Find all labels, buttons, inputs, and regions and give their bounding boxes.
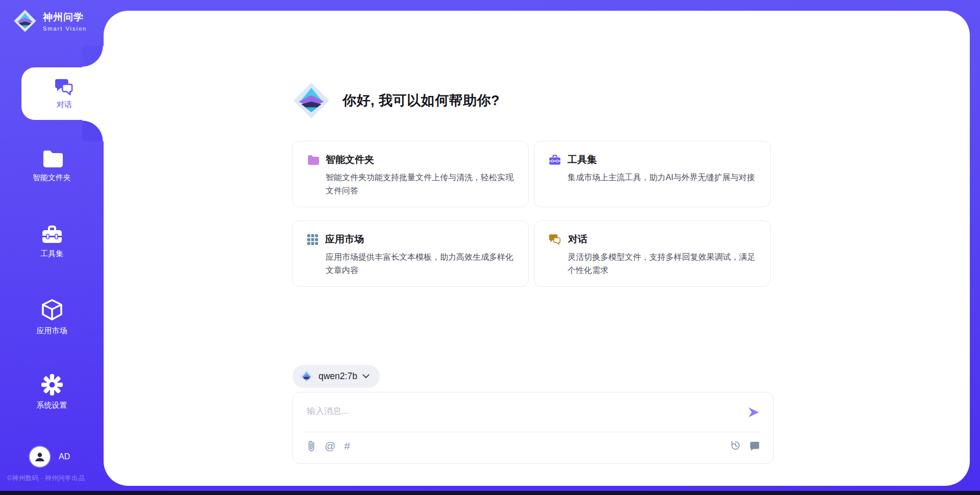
user-profile[interactable]: AD [30, 447, 70, 467]
brand-logo-icon [13, 9, 37, 33]
composer-right-tools [730, 440, 760, 451]
card-description: 集成市场上主流工具，助力AI与外界无缝扩展与对接 [568, 171, 756, 184]
hash-icon[interactable]: # [344, 440, 350, 452]
brand-text: 神州问学 Smart Vision [43, 11, 87, 32]
avatar [30, 447, 50, 467]
cube-icon [41, 299, 63, 321]
card-header: 智能文件夹 [307, 153, 514, 166]
toolbox-icon [549, 154, 561, 165]
card-title: 应用市场 [325, 233, 364, 246]
app-window: 神州问学 Smart Vision 对话 智能文件夹 工具集 [0, 0, 980, 495]
card-smart-folder[interactable]: 智能文件夹 智能文件夹功能支持批量文件上传与清洗，轻松实现文件问答 [292, 141, 529, 207]
card-title: 对话 [568, 233, 587, 246]
card-toolset[interactable]: 工具集 集成市场上主流工具，助力AI与外界无缝扩展与对接 [534, 141, 771, 207]
folder-icon [307, 155, 319, 165]
sidebar-item-label: 应用市场 [37, 326, 67, 336]
assistant-logo-icon [292, 82, 330, 119]
card-header: 对话 [549, 233, 756, 246]
greeting-header: 你好, 我可以如何帮助你? [292, 82, 500, 119]
sidebar-item-app-market[interactable]: 应用市场 [0, 299, 104, 336]
chevron-down-icon [362, 374, 370, 379]
user-name: AD [59, 452, 70, 461]
card-description: 智能文件夹功能支持批量文件上传与清洗，轻松实现文件问答 [326, 171, 514, 197]
card-header: 工具集 [549, 153, 756, 166]
tab-fillet-top [82, 46, 104, 67]
chat-icon [549, 234, 561, 245]
toolbox-icon [41, 225, 63, 244]
model-name: qwen2:7b [318, 371, 357, 382]
sidebar-item-label: 智能文件夹 [33, 173, 71, 183]
sidebar-item-smart-folder[interactable]: 智能文件夹 [0, 150, 104, 183]
greeting-title: 你好, 我可以如何帮助你? [342, 91, 500, 110]
card-title: 智能文件夹 [326, 153, 374, 166]
paperclip-icon[interactable] [307, 440, 316, 452]
card-title: 工具集 [568, 153, 597, 166]
copyright-text: ©神州数码 · 神州问学出品 [7, 474, 85, 483]
grid-icon [307, 234, 318, 245]
sidebar-item-toolset[interactable]: 工具集 [0, 225, 104, 259]
sidebar-item-label: 工具集 [40, 249, 63, 259]
brand-name: 神州问学 [43, 11, 87, 24]
history-icon[interactable] [730, 440, 741, 451]
brand-subtitle: Smart Vision [43, 26, 87, 32]
chat-bubble-icon[interactable] [749, 440, 760, 451]
sidebar-item-label: 对话 [57, 100, 72, 110]
composer-divider [305, 432, 761, 432]
card-description: 灵活切换多模型文件，支持多样回复效果调试，满足个性化需求 [568, 251, 756, 277]
tab-fillet-bottom [82, 120, 104, 141]
sidebar-item-chat-active[interactable]: 对话 [21, 67, 107, 120]
sidebar-item-settings[interactable]: 系统设置 [0, 374, 104, 410]
gear-icon [41, 374, 63, 395]
model-selector[interactable]: qwen2:7b [292, 365, 380, 388]
person-icon [34, 451, 46, 463]
card-description: 应用市场提供丰富长文本模板，助力高效生成多样化文章内容 [326, 251, 514, 277]
folder-icon [41, 150, 63, 168]
card-chat[interactable]: 对话 灵活切换多模型文件，支持多样回复效果调试，满足个性化需求 [534, 220, 771, 287]
message-input[interactable] [307, 404, 736, 419]
send-icon[interactable] [747, 406, 760, 419]
card-app-market[interactable]: 应用市场 应用市场提供丰富长文本模板，助力高效生成多样化文章内容 [292, 220, 529, 287]
composer-toolbar: @ # [307, 440, 350, 452]
brand-header: 神州问学 Smart Vision [13, 9, 87, 33]
sidebar-item-label: 系统设置 [37, 401, 67, 410]
message-composer: @ # [292, 392, 774, 464]
chat-icon [55, 78, 74, 95]
card-header: 应用市场 [307, 233, 514, 246]
at-icon[interactable]: @ [325, 440, 335, 452]
feature-cards: 智能文件夹 智能文件夹功能支持批量文件上传与清洗，轻松实现文件问答 工具集 集成… [292, 141, 771, 287]
screen-edge-bar [0, 491, 980, 495]
model-logo-icon [300, 369, 313, 383]
